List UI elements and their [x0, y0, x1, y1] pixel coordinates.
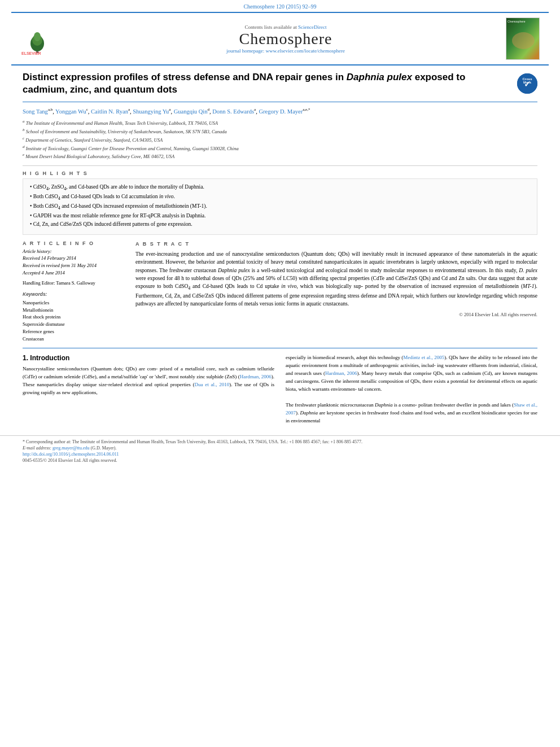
article-info-label: A R T I C L E I N F O: [23, 241, 124, 246]
author-shuangying-yu: Shuangying Yu: [133, 108, 169, 115]
abstract-text: The ever-increasing production and use o…: [135, 250, 537, 308]
ref-medintz-2005[interactable]: Medintz et al., 2005: [403, 355, 444, 360]
handling-editor-section: Handling Editor: Tamara S. Galloway: [23, 280, 124, 287]
author-yonggan-wu: Yonggan Wu: [55, 108, 86, 115]
email-note: E-mail address: greg.mayer@ttu.edu (G.D.…: [23, 445, 537, 451]
crossmark-badge[interactable]: ✓ Cross Mark: [517, 73, 537, 94]
keyword-crustacean: Crustacean: [23, 335, 124, 343]
elsevier-logo-svg: ELSEVIER: [20, 22, 65, 56]
ref-hardman-2006[interactable]: Hardman, 2006: [240, 374, 272, 379]
page-footer: * Corresponding author at: The Institute…: [0, 435, 560, 466]
article-title: Distinct expression profiles of stress d…: [23, 71, 511, 96]
affiliations-section: a The Institute of Environmental and Hum…: [23, 119, 537, 166]
cover-svg: Chemosphere: [506, 18, 540, 60]
highlights-box: CdSO4, ZnSO4, and Cd-based QDs are able …: [23, 178, 537, 235]
highlights-label: H I G H L I G H T S: [23, 171, 537, 176]
crossmark-icon: ✓ Cross Mark: [517, 73, 537, 94]
article-title-container: Distinct expression profiles of stress d…: [23, 71, 511, 96]
svg-text:Chemosphere: Chemosphere: [508, 20, 526, 23]
copyright-notice: © 2014 Elsevier Ltd. All rights reserved…: [135, 311, 537, 318]
keyword-reference-genes: Reference genes: [23, 328, 124, 335]
affiliation-c: c Department of Genetics, Stanford Unive…: [23, 136, 537, 144]
author-donn-edwards: Donn S. Edwards: [212, 108, 254, 115]
received-revised-date: Received in revised form 31 May 2014: [23, 263, 124, 269]
author-guangqiu-qin: Guangqiu Qin: [174, 108, 208, 115]
keyword-nanoparticles: Nanoparticles: [23, 299, 124, 307]
page: Chemosphere 120 (2015) 92–99 ELSEVIER Co…: [0, 0, 560, 747]
highlight-item-1: CdSO4, ZnSO4, and Cd-based QDs are able …: [30, 184, 530, 192]
authors-line: Song Tanga,b, Yonggan Wuc, Caitlin N. Ry…: [23, 107, 537, 116]
section-divider: [23, 348, 537, 348]
author-gregory-mayer: Gregory D. Mayer: [259, 108, 303, 115]
main-content: Distinct expression profiles of stress d…: [0, 65, 560, 431]
affiliation-b: b School of Environment and Sustainabili…: [23, 128, 537, 136]
affiliation-e: e Mount Desert Island Biological Laborat…: [23, 152, 537, 160]
article-info-column: A R T I C L E I N F O Article history: R…: [23, 241, 124, 343]
affiliation-d: d Institute of Toxicology, Guangxi Cente…: [23, 145, 537, 152]
ref-shaw-2007[interactable]: Shaw et al., 2007: [286, 402, 537, 416]
abstract-label: A B S T R A C T: [135, 241, 537, 248]
journal-reference: Chemosphere 120 (2015) 92–99: [243, 3, 316, 10]
journal-homepage: journal homepage: www.elsevier.com/locat…: [65, 48, 506, 54]
introduction-text-right: especially in biomedical research, adopt…: [286, 354, 537, 425]
highlight-item-5: Cd, Zn, and CdSe/ZnS QDs induced differe…: [30, 221, 530, 228]
contents-available: Contents lists available at ScienceDirec…: [65, 24, 506, 30]
corresponding-author-note: * Corresponding author at: The Institute…: [23, 439, 537, 444]
doi-link[interactable]: http://dx.doi.org/10.1016/j.chemosphere.…: [23, 452, 537, 457]
abstract-column: A B S T R A C T The ever-increasing prod…: [135, 241, 537, 343]
keyword-superoxide: Superoxide dismutase: [23, 321, 124, 328]
keyword-heat-shock: Heat shock proteins: [23, 313, 124, 321]
received-date: Received 14 February 2014: [23, 255, 124, 262]
introduction-text-left: Nanocrystalline semiconductors (Quantum …: [23, 365, 274, 397]
keyword-metallothionein: Metallothionein: [23, 307, 124, 314]
science-direct-link[interactable]: ScienceDirect: [298, 24, 326, 30]
introduction-right: especially in biomedical research, adopt…: [286, 354, 537, 425]
svg-point-7: [512, 32, 535, 49]
keywords-section: Keywords: Nanoparticles Metallothionein …: [23, 291, 124, 343]
author-email[interactable]: greg.mayer@ttu.edu: [53, 445, 90, 451]
author-caitlin-ryan: Caitlin N. Ryan: [91, 108, 128, 115]
highlights-section: H I G H L I G H T S CdSO4, ZnSO4, and Cd…: [23, 171, 537, 235]
handling-editor-name: Tamara S. Galloway: [56, 280, 95, 286]
elsevier-logo: ELSEVIER: [20, 22, 65, 56]
handling-editor-label: Handling Editor:: [23, 280, 55, 286]
keywords-label: Keywords:: [23, 291, 124, 297]
ref-hardman-2006b[interactable]: Hardman, 2006: [325, 370, 357, 376]
svg-point-4: [34, 32, 41, 41]
article-info-abstract-section: A R T I C L E I N F O Article history: R…: [23, 241, 537, 343]
highlight-item-2: Both CdSO4 and Cd-based QDs leads to Cd …: [30, 193, 530, 202]
journal-reference-bar: Chemosphere 120 (2015) 92–99: [0, 0, 560, 12]
svg-text:Mark: Mark: [523, 81, 532, 84]
ref-dua-2010[interactable]: Dua et al., 2010: [195, 382, 230, 387]
journal-center: Contents lists available at ScienceDirec…: [65, 24, 506, 54]
issn-note: 0045-6535/© 2014 Elsevier Ltd. All right…: [23, 458, 537, 463]
keywords-list: Nanoparticles Metallothionein Heat shock…: [23, 299, 124, 343]
introduction-heading: 1. Introduction: [23, 354, 274, 362]
accepted-date: Accepted 4 June 2014: [23, 270, 124, 277]
highlight-item-4: GAPDH was the most reliable reference ge…: [30, 212, 530, 220]
introduction-left: 1. Introduction Nanocrystalline semicond…: [23, 354, 274, 425]
highlights-list: CdSO4, ZnSO4, and Cd-based QDs are able …: [30, 184, 530, 229]
svg-text:ELSEVIER: ELSEVIER: [21, 51, 41, 55]
article-title-section: Distinct expression profiles of stress d…: [23, 71, 537, 102]
affiliation-a: a The Institute of Environmental and Hum…: [23, 119, 537, 127]
journal-cover-image: Chemosphere: [506, 18, 540, 60]
author-song-tang: Song Tang: [23, 108, 48, 115]
highlight-item-3: Both CdSO4 and Cd-based QDs increased ex…: [30, 203, 530, 211]
introduction-section: 1. Introduction Nanocrystalline semicond…: [23, 354, 537, 425]
svg-rect-0: [20, 22, 65, 56]
homepage-url[interactable]: www.elsevier.com/locate/chemosphere: [266, 48, 345, 54]
journal-title: Chemosphere: [65, 30, 506, 48]
journal-header: ELSEVIER Contents lists available at Sci…: [11, 12, 549, 65]
history-label: Article history:: [23, 248, 124, 255]
article-history: Article history: Received 14 February 20…: [23, 248, 124, 277]
